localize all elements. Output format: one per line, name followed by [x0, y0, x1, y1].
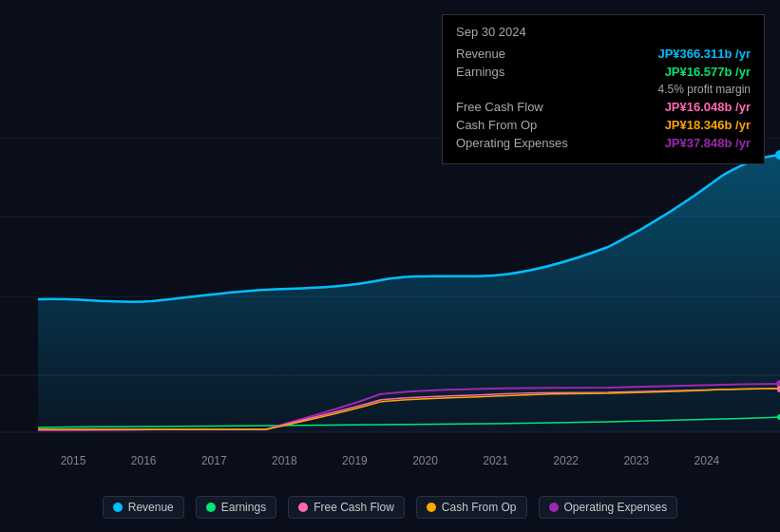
legend-earnings-dot	[206, 503, 216, 512]
tooltip-revenue-row: Revenue JP¥366.311b /yr	[456, 47, 751, 61]
x-label-2024: 2024	[694, 454, 720, 467]
x-label-2017: 2017	[201, 454, 227, 467]
x-label-2015: 2015	[61, 454, 86, 467]
legend-fcf-label: Free Cash Flow	[314, 501, 394, 514]
legend-earnings-label: Earnings	[221, 501, 266, 514]
tooltip-cashop-label: Cash From Op	[456, 118, 537, 132]
tooltip-earnings-value: JP¥16.577b /yr	[665, 65, 751, 79]
legend-earnings[interactable]: Earnings	[196, 496, 276, 519]
tooltip-cashop-value: JP¥18.346b /yr	[665, 118, 751, 132]
legend-cashop[interactable]: Cash From Op	[416, 496, 527, 519]
tooltip-earnings-label: Earnings	[456, 65, 504, 79]
x-label-2016: 2016	[131, 454, 157, 467]
chart-area	[0, 138, 780, 456]
tooltip-fcf-label: Free Cash Flow	[456, 100, 543, 114]
tooltip-opex-row: Operating Expenses JP¥37.848b /yr	[456, 136, 751, 150]
tooltip-earnings-row: Earnings JP¥16.577b /yr	[456, 65, 751, 79]
x-label-2021: 2021	[483, 454, 508, 467]
tooltip-margin: 4.5% profit margin	[456, 83, 751, 96]
legend-revenue-label: Revenue	[128, 501, 174, 514]
tooltip-fcf-row: Free Cash Flow JP¥16.048b /yr	[456, 100, 751, 114]
x-label-2019: 2019	[342, 454, 368, 467]
x-label-2023: 2023	[623, 454, 649, 467]
legend-fcf[interactable]: Free Cash Flow	[288, 496, 405, 519]
legend-opex-label: Operating Expenses	[564, 501, 668, 514]
tooltip-date: Sep 30 2024	[456, 25, 751, 39]
legend-cashop-dot	[427, 503, 436, 512]
x-axis: 2015 2016 2017 2018 2019 2020 2021 2022 …	[0, 454, 780, 467]
x-label-2020: 2020	[412, 454, 438, 467]
x-label-2022: 2022	[553, 454, 579, 467]
main-chart-svg	[0, 138, 780, 456]
legend-cashop-label: Cash From Op	[442, 501, 517, 514]
chart-container: Sep 30 2024 Revenue JP¥366.311b /yr Earn…	[0, 0, 780, 532]
tooltip-revenue-value: JP¥366.311b /yr	[657, 47, 751, 61]
x-label-2018: 2018	[272, 454, 297, 467]
legend-revenue-dot	[113, 503, 123, 512]
tooltip-revenue-label: Revenue	[456, 47, 505, 61]
tooltip-box: Sep 30 2024 Revenue JP¥366.311b /yr Earn…	[442, 14, 765, 164]
legend-opex[interactable]: Operating Expenses	[539, 496, 678, 519]
tooltip-opex-value: JP¥37.848b /yr	[665, 136, 751, 150]
chart-legend: Revenue Earnings Free Cash Flow Cash Fro…	[0, 496, 780, 519]
tooltip-fcf-value: JP¥16.048b /yr	[665, 100, 751, 114]
tooltip-cashop-row: Cash From Op JP¥18.346b /yr	[456, 118, 751, 132]
legend-fcf-dot	[298, 503, 308, 512]
legend-opex-dot	[549, 503, 559, 512]
legend-revenue[interactable]: Revenue	[103, 496, 184, 519]
tooltip-opex-label: Operating Expenses	[456, 136, 568, 150]
